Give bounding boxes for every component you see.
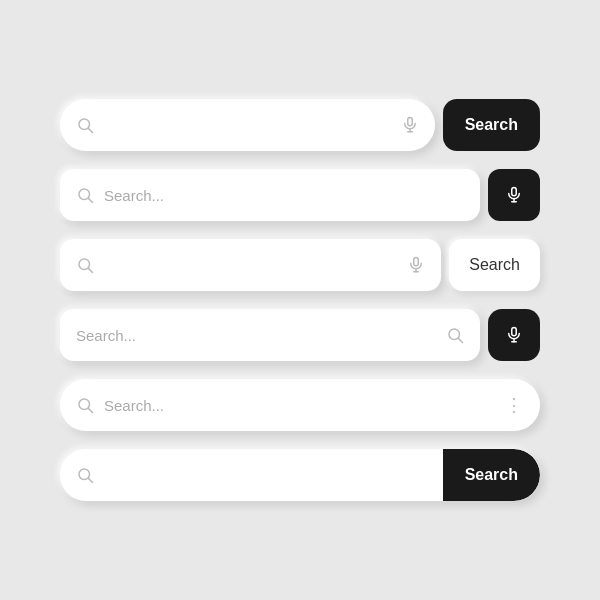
mic-button-4[interactable] xyxy=(488,309,540,361)
search-icon xyxy=(76,466,94,484)
svg-rect-12 xyxy=(414,258,419,266)
search-input-6[interactable] xyxy=(104,467,433,484)
search-row-4 xyxy=(60,309,540,361)
more-dots-icon[interactable]: ⋮ xyxy=(505,394,524,416)
search-icon xyxy=(76,396,94,414)
mic-icon-dark xyxy=(505,326,523,344)
search-button-6[interactable]: Search xyxy=(443,449,540,501)
search-row-5: ⋮ xyxy=(60,379,540,431)
search-input-2[interactable] xyxy=(104,187,464,204)
search-row-2 xyxy=(60,169,540,221)
search-row-6: Search xyxy=(60,449,540,501)
mic-icon xyxy=(401,116,419,134)
svg-line-11 xyxy=(88,268,92,272)
search-bar-4 xyxy=(60,309,480,361)
search-bar-3 xyxy=(60,239,441,291)
search-input-3[interactable] xyxy=(104,257,397,274)
search-icon xyxy=(446,326,464,344)
search-bar-5: ⋮ xyxy=(60,379,540,431)
search-button-1[interactable]: Search xyxy=(443,99,540,151)
mic-button-2[interactable] xyxy=(488,169,540,221)
search-bar-6: Search xyxy=(60,449,540,501)
svg-line-1 xyxy=(88,128,92,132)
svg-line-21 xyxy=(88,408,92,412)
svg-line-16 xyxy=(458,338,462,342)
search-input-5[interactable] xyxy=(104,397,495,414)
svg-line-6 xyxy=(88,198,92,202)
search-row-1: Search xyxy=(60,99,540,151)
search-button-3[interactable]: Search xyxy=(449,239,540,291)
search-input-1[interactable] xyxy=(104,117,391,134)
search-row-3: Search xyxy=(60,239,540,291)
search-icon xyxy=(76,186,94,204)
svg-line-23 xyxy=(88,478,92,482)
mic-icon xyxy=(407,256,425,274)
svg-rect-2 xyxy=(407,118,412,126)
search-bar-2 xyxy=(60,169,480,221)
mic-icon-dark xyxy=(505,186,523,204)
search-icon xyxy=(76,116,94,134)
svg-rect-7 xyxy=(512,188,517,196)
svg-rect-17 xyxy=(512,328,517,336)
search-bar-1 xyxy=(60,99,435,151)
search-input-4[interactable] xyxy=(76,327,436,344)
search-icon xyxy=(76,256,94,274)
